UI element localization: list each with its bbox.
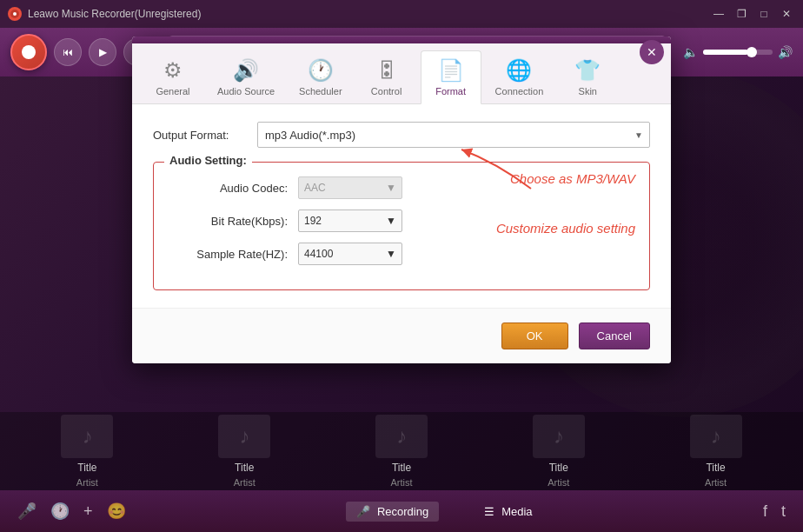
tab-skin[interactable]: 👕 Skin xyxy=(557,51,618,103)
track-artist-5: Artist xyxy=(705,477,727,488)
track-thumb-2: ♪ xyxy=(218,415,270,458)
samplerate-select[interactable]: 44100 ▼ xyxy=(298,243,402,265)
track-item-3[interactable]: ♪ Title Artist xyxy=(332,415,472,488)
track-artist-3: Artist xyxy=(390,477,412,488)
minimize-button[interactable]: — xyxy=(709,4,728,23)
track-artist-1: Artist xyxy=(76,477,98,488)
samplerate-row: Sample Rate(HZ): 44100 ▼ xyxy=(168,243,635,265)
codec-label: Audio Codec: xyxy=(168,182,298,195)
window-controls: — ❐ □ ✕ xyxy=(709,4,796,23)
track-title-3: Title xyxy=(392,462,411,474)
cancel-button[interactable]: Cancel xyxy=(579,323,650,349)
face-icon[interactable]: 😊 xyxy=(107,502,126,521)
nav-right: f t xyxy=(746,502,803,521)
settings-dialog: ✕ ⚙ General 🔊 Audio Source 🕐 Scheduler 🎛… xyxy=(132,37,671,363)
bitrate-value: 192 xyxy=(304,215,322,227)
track-title-4: Title xyxy=(549,462,568,474)
tab-connection[interactable]: 🌐 Connection xyxy=(485,51,554,103)
track-thumb-5: ♪ xyxy=(690,415,742,458)
recording-label: Recording xyxy=(377,505,428,518)
format-select[interactable]: mp3 Audio(*.mp3) WAV Audio(*.wav) xyxy=(257,122,650,148)
app-icon xyxy=(7,6,23,22)
tab-audio-source[interactable]: 🔊 Audio Source xyxy=(207,51,285,103)
clock-icon[interactable]: 🕐 xyxy=(50,502,70,521)
codec-select[interactable]: AAC ▼ xyxy=(298,176,402,199)
track-item-5[interactable]: ♪ Title Artist xyxy=(646,415,786,488)
track-item-4[interactable]: ♪ Title Artist xyxy=(488,415,628,488)
bitrate-label: Bit Rate(Kbps): xyxy=(168,215,298,228)
nav-media-tab[interactable]: ☰ Media xyxy=(474,502,542,522)
nav-left: 🎤 🕐 + 😊 xyxy=(0,502,143,521)
twitter-icon[interactable]: t xyxy=(781,502,786,521)
track-thumb-1: ♪ xyxy=(61,415,113,458)
maximize-button[interactable]: □ xyxy=(754,4,773,23)
tab-format[interactable]: 📄 Format xyxy=(421,50,481,104)
track-artist-2: Artist xyxy=(234,477,256,488)
track-thumb-4: ♪ xyxy=(533,415,585,458)
output-format-label: Output Format: xyxy=(153,129,257,142)
nav-recording-tab[interactable]: 🎤 Recording xyxy=(346,502,439,522)
facebook-icon[interactable]: f xyxy=(763,502,767,521)
mic-icon[interactable]: 🎤 xyxy=(17,502,36,521)
ok-button[interactable]: OK xyxy=(501,323,568,349)
titlebar: Leawo Music Recorder(Unregistered) — ❐ □… xyxy=(0,0,803,28)
output-format-row: Output Format: mp3 Audio(*.mp3) WAV Audi… xyxy=(153,122,650,148)
track-area: ♪ Title Artist ♪ Title Artist ♪ Title Ar… xyxy=(0,412,803,490)
track-title-5: Title xyxy=(706,462,725,474)
close-button[interactable]: ✕ xyxy=(777,4,796,23)
samplerate-arrow-icon: ▼ xyxy=(386,248,396,260)
dialog-content: Output Format: mp3 Audio(*.mp3) WAV Audi… xyxy=(132,104,671,308)
samplerate-value: 44100 xyxy=(304,248,333,260)
codec-value: AAC xyxy=(304,182,326,194)
restore-button[interactable]: ❐ xyxy=(732,4,751,23)
bottom-nav: 🎤 🕐 + 😊 🎤 Recording ☰ Media f t xyxy=(0,490,803,532)
track-item-1[interactable]: ♪ Title Artist xyxy=(17,415,157,488)
tab-control[interactable]: 🎛 Control xyxy=(356,51,417,103)
recording-mic-icon: 🎤 xyxy=(356,505,370,518)
nav-center: 🎤 Recording ☰ Media xyxy=(143,502,746,522)
bitrate-select[interactable]: 192 ▼ xyxy=(298,209,402,232)
dialog-header-strip xyxy=(132,37,671,43)
track-artist-4: Artist xyxy=(548,477,569,488)
media-label: Media xyxy=(501,505,532,518)
plus-icon[interactable]: + xyxy=(83,502,93,521)
track-item-2[interactable]: ♪ Title Artist xyxy=(175,415,315,488)
track-title-1: Title xyxy=(77,462,96,474)
audio-settings-legend: Audio Setting: xyxy=(164,154,252,167)
app-title: Leawo Music Recorder(Unregistered) xyxy=(28,8,709,20)
format-dropdown-container: mp3 Audio(*.mp3) WAV Audio(*.wav) ▼ xyxy=(257,122,650,148)
track-thumb-3: ♪ xyxy=(375,415,428,458)
samplerate-label: Sample Rate(HZ): xyxy=(168,248,298,261)
dialog-footer: OK Cancel xyxy=(132,308,671,363)
tab-bar: ⚙ General 🔊 Audio Source 🕐 Scheduler 🎛 C… xyxy=(132,43,671,104)
codec-arrow-icon: ▼ xyxy=(386,182,396,194)
tab-general[interactable]: ⚙ General xyxy=(143,51,203,103)
annotation-mp3wav: Choose as MP3/WAV xyxy=(496,171,635,186)
track-title-2: Title xyxy=(235,462,254,474)
audio-settings-box: Audio Setting: Audio Codec: AAC ▼ Bit Ra… xyxy=(153,162,650,290)
bitrate-arrow-icon: ▼ xyxy=(386,215,396,227)
svg-point-2 xyxy=(13,12,17,16)
tab-scheduler[interactable]: 🕐 Scheduler xyxy=(289,51,353,103)
dialog-close-button[interactable]: ✕ xyxy=(640,40,664,64)
annotation-customize: Customize audio setting xyxy=(496,221,635,236)
media-list-icon: ☰ xyxy=(484,505,494,518)
annotation-area: Choose as MP3/WAV Customize audio settin… xyxy=(496,171,635,236)
